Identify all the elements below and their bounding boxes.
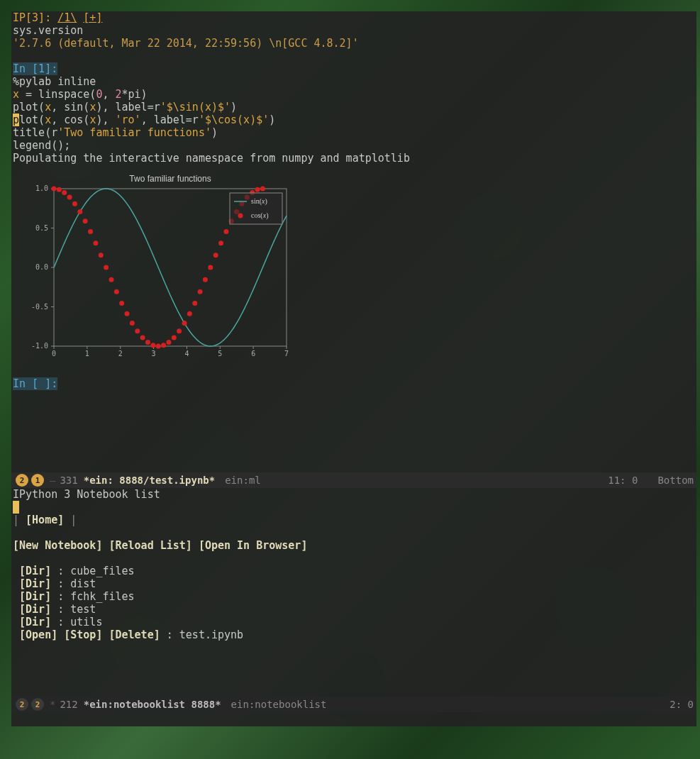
svg-point-49 xyxy=(161,343,166,348)
file-name: test xyxy=(70,603,96,616)
tab-add[interactable]: [+] xyxy=(83,11,102,24)
reload-list-button[interactable]: [Reload List] xyxy=(109,539,191,552)
svg-point-40 xyxy=(114,289,119,294)
svg-text:4: 4 xyxy=(184,350,189,358)
svg-text:0.5: 0.5 xyxy=(35,224,48,232)
tab-active[interactable]: /1\ xyxy=(57,11,77,24)
empty-cell-area[interactable]: In [ ]: xyxy=(11,373,696,390)
svg-point-34 xyxy=(83,218,88,223)
svg-point-38 xyxy=(104,265,109,270)
svg-point-56 xyxy=(198,289,203,294)
svg-point-51 xyxy=(172,335,177,340)
svg-point-52 xyxy=(177,328,182,333)
svg-text:0.0: 0.0 xyxy=(35,263,48,271)
modeline-bottom: 2 2 * 212 *ein:notebooklist 8888* ein:no… xyxy=(11,697,696,712)
svg-point-28 xyxy=(52,187,57,192)
blank-area-2 xyxy=(11,641,696,697)
file-action[interactable]: [Open] xyxy=(19,628,57,641)
badge: 1 xyxy=(31,474,44,487)
new-notebook-button[interactable]: [New Notebook] xyxy=(13,539,102,552)
svg-text:7: 7 xyxy=(284,350,289,358)
svg-point-54 xyxy=(187,311,192,316)
minibuffer[interactable] xyxy=(11,712,696,726)
chart-svg: Two familiar functions01234567-1.0-0.50.… xyxy=(24,172,294,363)
badge: 2 xyxy=(31,698,44,711)
output-text: '2.7.6 (default, Mar 22 2014, 22:59:56) … xyxy=(13,37,359,50)
svg-text:2: 2 xyxy=(118,350,123,358)
cursor: p xyxy=(13,113,19,126)
file-action[interactable]: [Dir] xyxy=(19,577,51,590)
home-link[interactable]: [Home] xyxy=(26,514,64,526)
file-name: fchk_files xyxy=(70,590,134,603)
svg-text:3: 3 xyxy=(152,350,156,358)
blank-area xyxy=(11,390,696,472)
svg-point-60 xyxy=(218,240,223,245)
file-action[interactable]: [Delete] xyxy=(109,628,160,641)
svg-text:Two familiar functions: Two familiar functions xyxy=(129,174,211,184)
svg-point-61 xyxy=(223,229,228,234)
file-name: test.ipynb xyxy=(179,628,243,641)
file-name: dist xyxy=(70,577,96,590)
notebook-pane[interactable]: IP[3]: /1\ [+] sys.version '2.7.6 (defau… xyxy=(11,11,696,165)
tab-header: IP[3]: xyxy=(13,11,51,24)
badge: 2 xyxy=(16,474,28,487)
svg-point-33 xyxy=(77,209,82,214)
code-line: %pylab inline xyxy=(13,75,96,88)
svg-point-39 xyxy=(109,277,113,282)
svg-point-31 xyxy=(67,195,72,200)
file-action[interactable]: [Dir] xyxy=(19,603,51,616)
svg-point-36 xyxy=(93,240,98,245)
file-action[interactable]: [Dir] xyxy=(19,590,51,603)
file-action[interactable]: [Dir] xyxy=(19,616,51,628)
svg-point-29 xyxy=(57,187,62,192)
svg-point-59 xyxy=(213,253,218,257)
svg-text:cos(x): cos(x) xyxy=(251,211,268,220)
file-name: utils xyxy=(70,616,102,628)
file-action[interactable]: [Dir] xyxy=(19,565,51,577)
modeline-top: 2 1 — 331 *ein: 8888/test.ipynb* ein:ml … xyxy=(11,472,696,488)
svg-point-50 xyxy=(166,340,171,345)
svg-point-67 xyxy=(255,187,260,192)
nblist-title: IPython 3 Notebook list xyxy=(13,488,160,501)
cell-prompt-empty: In [ ]: xyxy=(13,377,57,390)
svg-point-46 xyxy=(145,340,150,345)
badge: 2 xyxy=(16,698,28,711)
svg-text:0: 0 xyxy=(52,350,56,358)
svg-point-35 xyxy=(88,229,93,234)
svg-point-32 xyxy=(72,201,77,206)
svg-point-48 xyxy=(156,344,161,349)
svg-point-41 xyxy=(119,301,124,306)
stdout: Populating the interactive namespace fro… xyxy=(13,152,410,165)
buffer-name: *ein:notebooklist 8888* xyxy=(84,699,221,710)
svg-text:5: 5 xyxy=(218,350,222,358)
svg-point-72 xyxy=(238,214,243,218)
svg-text:1: 1 xyxy=(85,350,89,358)
chart-output: Two familiar functions01234567-1.0-0.50.… xyxy=(11,165,696,373)
svg-point-43 xyxy=(130,321,135,326)
cell-prompt: In [1]: xyxy=(13,62,57,75)
svg-point-42 xyxy=(125,311,130,316)
svg-point-44 xyxy=(135,328,140,333)
code-line: sys.version xyxy=(13,24,83,37)
svg-text:-1.0: -1.0 xyxy=(31,342,48,350)
svg-point-53 xyxy=(182,321,187,326)
file-name: cube_files xyxy=(70,565,134,577)
svg-text:1.0: 1.0 xyxy=(35,184,48,192)
open-in-browser-button[interactable]: [Open In Browser] xyxy=(199,539,308,552)
file-action[interactable]: [Stop] xyxy=(64,628,102,641)
cursor xyxy=(13,501,19,514)
svg-point-37 xyxy=(99,253,104,257)
svg-text:-0.5: -0.5 xyxy=(31,303,48,311)
svg-point-57 xyxy=(203,277,208,282)
svg-point-58 xyxy=(208,265,213,270)
svg-point-68 xyxy=(260,187,265,192)
svg-point-47 xyxy=(150,343,155,348)
notebooklist-pane[interactable]: IPython 3 Notebook list | [Home] | [New … xyxy=(11,488,696,641)
svg-text:6: 6 xyxy=(251,350,255,358)
svg-point-30 xyxy=(62,190,67,195)
svg-point-45 xyxy=(140,335,145,340)
svg-point-55 xyxy=(192,301,197,306)
buffer-name: *ein: 8888/test.ipynb* xyxy=(84,475,215,486)
svg-text:sin(x): sin(x) xyxy=(251,197,267,206)
